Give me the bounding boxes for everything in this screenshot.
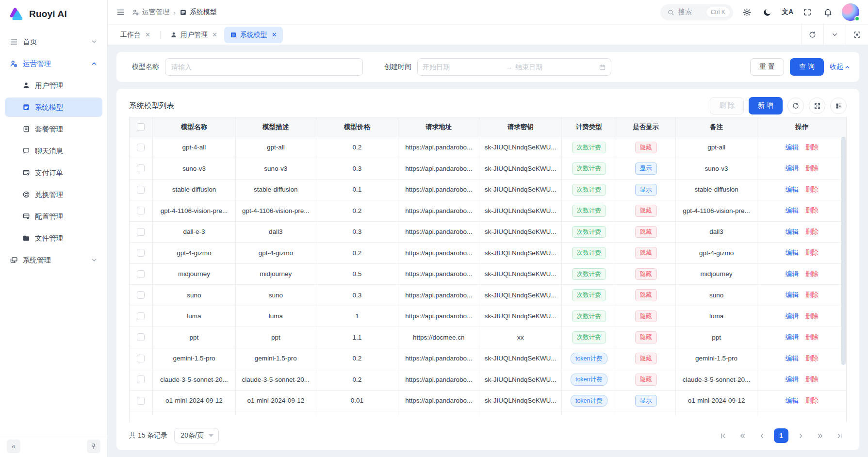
collapse-filter-link[interactable]: 收起	[830, 63, 851, 71]
dark-mode-moon-icon[interactable]	[761, 6, 774, 18]
sidebar-item-system-model[interactable]: 系统模型	[5, 98, 102, 117]
breadcrumb: 运营管理 › 系统模型	[132, 8, 217, 16]
row-checkbox[interactable]	[137, 312, 145, 320]
sidebar-item-home[interactable]: 首页	[5, 32, 102, 51]
edit-link[interactable]: 编辑	[786, 375, 799, 383]
sidebar-item-payments[interactable]: 支付订单	[5, 163, 102, 182]
chevron-down-icon[interactable]	[823, 25, 846, 45]
end-date-input[interactable]	[515, 63, 596, 71]
row-checkbox[interactable]	[137, 249, 145, 257]
sidebar-item-operations[interactable]: 运营管理	[5, 54, 102, 73]
billing-type-badge: 次数计费	[572, 205, 606, 217]
tab-user-management[interactable]: 用户管理 ✕	[164, 27, 223, 43]
edit-link[interactable]: 编辑	[786, 186, 799, 193]
sidebar-item-files[interactable]: 文件管理	[5, 228, 102, 248]
edit-link[interactable]: 编辑	[786, 207, 799, 214]
close-icon[interactable]: ✕	[212, 31, 217, 38]
delete-link[interactable]: 删除	[805, 164, 819, 172]
delete-link[interactable]: 删除	[805, 270, 819, 277]
global-search[interactable]: 搜索 Ctrl K	[660, 4, 733, 20]
sidebar-collapse-button[interactable]: «	[7, 440, 20, 453]
row-checkbox[interactable]	[137, 333, 145, 341]
column-settings-icon[interactable]	[830, 98, 847, 114]
delete-link[interactable]: 删除	[805, 355, 819, 362]
close-icon[interactable]: ✕	[145, 31, 150, 38]
focus-mode-icon[interactable]	[846, 25, 868, 45]
delete-link[interactable]: 删除	[805, 207, 819, 214]
current-page[interactable]: 1	[774, 428, 788, 443]
edit-link[interactable]: 编辑	[786, 249, 799, 256]
scrollbar-thumb[interactable]	[841, 137, 846, 365]
prev-page-button[interactable]	[754, 428, 769, 443]
delete-button[interactable]: 删 除	[710, 97, 744, 114]
model-name-input[interactable]	[165, 58, 363, 76]
sidebar-item-users[interactable]: 用户管理	[5, 76, 102, 95]
row-checkbox[interactable]	[137, 186, 145, 194]
refresh-icon[interactable]	[787, 98, 804, 114]
row-checkbox[interactable]	[137, 228, 145, 236]
column-header: 是否显示	[616, 117, 676, 137]
table-scrollbar[interactable]	[841, 137, 846, 422]
row-checkbox[interactable]	[137, 397, 145, 405]
edit-link[interactable]: 编辑	[786, 355, 799, 362]
add-button[interactable]: 新 增	[749, 97, 783, 114]
translate-icon[interactable]: 文A	[782, 8, 793, 16]
edit-link[interactable]: 编辑	[786, 291, 799, 298]
sidebar-item-exchange[interactable]: 兑换管理	[5, 185, 102, 204]
search-button[interactable]: 查 询	[790, 58, 824, 76]
edit-link[interactable]: 编辑	[786, 164, 799, 172]
sidebar-item-packages[interactable]: 套餐管理	[5, 119, 102, 139]
delete-link[interactable]: 删除	[805, 375, 819, 383]
row-checkbox[interactable]	[137, 164, 145, 172]
row-checkbox[interactable]	[137, 270, 145, 278]
next-5-pages-button[interactable]	[813, 428, 827, 443]
remark: gpt-all	[675, 137, 757, 158]
start-date-input[interactable]	[423, 63, 503, 71]
menu-toggle-icon[interactable]	[116, 8, 125, 16]
row-checkbox[interactable]	[137, 291, 145, 299]
row-checkbox[interactable]	[137, 207, 145, 214]
avatar[interactable]	[842, 3, 859, 21]
close-icon[interactable]: ✕	[272, 31, 277, 38]
sidebar-item-chat[interactable]: 聊天消息	[5, 141, 102, 161]
page-size-select[interactable]: 20条/页	[174, 428, 218, 443]
delete-link[interactable]: 删除	[805, 333, 819, 341]
delete-link[interactable]: 删除	[805, 397, 819, 404]
tab-system-model[interactable]: 系统模型 ✕	[224, 27, 283, 43]
delete-link[interactable]: 删除	[805, 186, 819, 193]
gear-icon[interactable]	[741, 6, 753, 18]
bell-icon[interactable]	[821, 6, 834, 18]
sidebar-item-label: 配置管理	[35, 212, 98, 221]
edit-link[interactable]: 编辑	[786, 312, 799, 320]
row-checkbox[interactable]	[137, 355, 145, 362]
delete-link[interactable]: 删除	[805, 312, 819, 320]
row-checkbox[interactable]	[137, 375, 145, 383]
edit-link[interactable]: 编辑	[786, 270, 799, 277]
delete-link[interactable]: 删除	[805, 249, 819, 256]
first-page-button[interactable]	[716, 428, 730, 443]
last-page-button[interactable]	[832, 428, 847, 443]
row-checkbox[interactable]	[137, 144, 145, 151]
pin-icon[interactable]	[87, 440, 100, 453]
edit-link[interactable]: 编辑	[786, 228, 799, 235]
breadcrumb-operations[interactable]: 运营管理	[132, 8, 169, 16]
prev-5-pages-button[interactable]	[735, 428, 750, 443]
delete-link[interactable]: 删除	[805, 228, 819, 235]
edit-link[interactable]: 编辑	[786, 397, 799, 404]
billing-type-badge: 次数计费	[572, 310, 606, 323]
tab-workbench[interactable]: 工作台 ✕	[115, 27, 156, 43]
delete-link[interactable]: 删除	[805, 144, 819, 151]
sidebar-item-system[interactable]: 系统管理	[5, 250, 102, 270]
edit-link[interactable]: 编辑	[786, 144, 799, 151]
expand-icon[interactable]	[809, 98, 825, 114]
fullscreen-icon[interactable]	[801, 6, 814, 18]
header-actions: 搜索 Ctrl K 文A	[660, 3, 859, 21]
edit-link[interactable]: 编辑	[786, 333, 799, 341]
sidebar-item-config[interactable]: 配置管理	[5, 207, 102, 226]
next-page-button[interactable]	[793, 428, 808, 443]
refresh-icon[interactable]	[801, 25, 823, 45]
delete-link[interactable]: 删除	[805, 291, 819, 298]
reset-button[interactable]: 重 置	[750, 58, 784, 76]
select-all-checkbox[interactable]	[137, 123, 145, 131]
date-range-picker[interactable]: →	[417, 58, 611, 76]
